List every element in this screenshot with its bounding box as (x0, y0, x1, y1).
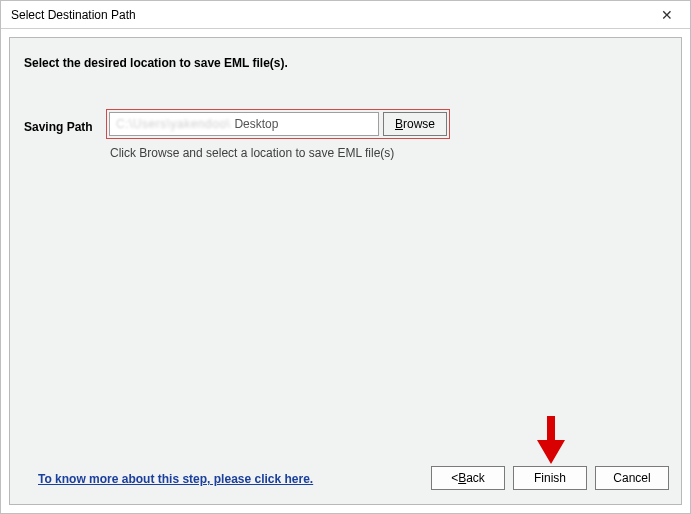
close-button[interactable]: ✕ (652, 5, 682, 25)
path-group-highlight: C:\ Users\yakendoo\ Desktop Browse (106, 109, 450, 139)
path-prefix-blur: C:\ (116, 117, 133, 131)
back-prefix: < (451, 471, 458, 485)
back-accel: B (458, 471, 466, 485)
browse-rest: rowse (403, 117, 435, 131)
path-value: Desktop (234, 117, 278, 131)
path-hint: Click Browse and select a location to sa… (110, 146, 394, 160)
finish-button[interactable]: Finish (513, 466, 587, 490)
path-input[interactable]: C:\ Users\yakendoo\ Desktop (109, 112, 379, 136)
attention-arrow-icon (537, 416, 565, 464)
help-link[interactable]: To know more about this step, please cli… (38, 472, 313, 486)
browse-button[interactable]: Browse (383, 112, 447, 136)
page-heading: Select the desired location to save EML … (24, 56, 288, 70)
back-button[interactable]: < Back (431, 466, 505, 490)
window-title: Select Destination Path (11, 8, 136, 22)
browse-accel: B (395, 117, 403, 131)
dialog-window: Select Destination Path ✕ Select the des… (0, 0, 691, 514)
button-row: < Back Finish Cancel (431, 466, 669, 490)
cancel-button[interactable]: Cancel (595, 466, 669, 490)
cancel-label: Cancel (613, 471, 650, 485)
close-icon: ✕ (661, 7, 673, 23)
client-area: Select the desired location to save EML … (1, 29, 690, 513)
content-panel: Select the desired location to save EML … (9, 37, 682, 505)
title-bar: Select Destination Path ✕ (1, 1, 690, 29)
path-mid-blur: Users\yakendoo\ (133, 117, 231, 131)
finish-label: Finish (534, 471, 566, 485)
saving-path-label: Saving Path (24, 120, 93, 134)
back-rest: ack (466, 471, 485, 485)
